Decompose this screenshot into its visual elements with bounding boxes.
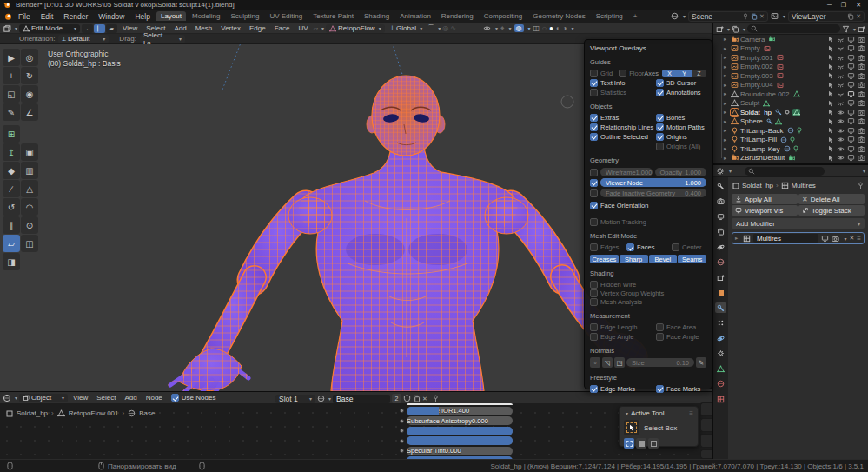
proportional-size-icon[interactable]: ▱ <box>314 25 318 32</box>
disable-render-icon[interactable] <box>858 90 865 98</box>
selectable-icon[interactable] <box>827 136 834 143</box>
tool-shrink-fatten[interactable]: ⊙ <box>21 216 38 234</box>
tool-select-box[interactable]: ▶ <box>3 49 20 66</box>
pin-icon[interactable] <box>432 395 440 402</box>
tool-extrude-region[interactable]: ↥ <box>3 143 20 161</box>
new-viewlayer-icon[interactable] <box>847 13 854 20</box>
workspace-tab-modeling[interactable]: Modeling <box>188 11 224 21</box>
menu-render[interactable]: Render <box>58 12 93 21</box>
npanel-tab[interactable] <box>700 434 712 448</box>
blender-menu-icon[interactable] <box>3 11 13 21</box>
workspace-tab-animation[interactable]: Animation <box>395 11 435 21</box>
hide-eye-icon[interactable] <box>837 99 845 107</box>
disable-viewport-icon[interactable] <box>847 44 855 52</box>
pin-icon[interactable] <box>742 13 749 20</box>
add-workspace-button[interactable]: + <box>629 11 642 21</box>
edge-length-checkbox[interactable]: Edge Length <box>590 322 656 331</box>
close-button[interactable]: ✕ <box>856 2 861 9</box>
tool-spin[interactable]: ↺ <box>3 198 20 216</box>
viewer-node-slider[interactable]: Viewer Node1.000 <box>600 178 706 187</box>
select-mode-subtract-button[interactable] <box>648 438 659 449</box>
disable-render-icon[interactable] <box>858 63 865 70</box>
disable-render-icon[interactable] <box>858 81 865 89</box>
selectable-icon[interactable] <box>827 54 834 61</box>
new-scene-icon[interactable] <box>751 13 758 20</box>
disable-viewport-icon[interactable] <box>847 145 855 153</box>
breadcrumb-object[interactable]: Soldat_hp <box>742 182 773 189</box>
hide-eye-icon[interactable] <box>837 54 845 62</box>
subsurface-anisotropy-slider[interactable]: Subsurface Anisotropy0.000 <box>407 416 513 425</box>
face-normals-button[interactable]: ◳ <box>614 357 625 368</box>
selectable-icon[interactable] <box>827 118 834 125</box>
disable-viewport-icon[interactable] <box>847 136 855 143</box>
tab-world[interactable] <box>715 257 726 268</box>
workspace-tab-rendering[interactable]: Rendering <box>437 11 478 21</box>
overlays-toggle-icon[interactable]: ◍ <box>514 24 524 32</box>
disable-viewport-icon[interactable] <box>847 109 855 116</box>
outliner-filter-icon[interactable] <box>842 25 850 33</box>
shader-type-dropdown[interactable]: Object▾ <box>19 394 68 402</box>
outliner-item-trilamp-key[interactable]: ▸ TriLamp-Key <box>713 144 868 154</box>
vertex-normals-button[interactable]: ▫ <box>590 357 600 368</box>
tool-scale[interactable]: ◱ <box>3 85 20 103</box>
unlink-scene-icon[interactable]: ✕ <box>759 13 765 20</box>
toggle-stack-button[interactable]: Toggle Stack <box>798 205 865 216</box>
tool-annotate[interactable]: ✎ <box>3 103 20 121</box>
material-name-field[interactable]: Base <box>333 395 390 403</box>
workspace-tab-texture-paint[interactable]: Texture Paint <box>308 11 358 21</box>
selectable-icon[interactable] <box>827 36 834 43</box>
selectable-icon[interactable] <box>827 45 834 52</box>
tab-constraints[interactable] <box>715 349 726 359</box>
outliner-item-empty[interactable]: ▸ Empty <box>713 44 868 54</box>
editor-type-3d-viewport-icon[interactable] <box>3 24 11 33</box>
outliner-display-mode-icon[interactable] <box>716 25 724 33</box>
axis-y-toggle[interactable]: Y <box>677 70 692 77</box>
tool-smooth[interactable]: ◠ <box>21 198 38 216</box>
outliner-item-camera[interactable]: ▸ Camera <box>713 35 868 44</box>
hide-eye-icon[interactable] <box>837 109 845 116</box>
shader-editor[interactable]: ▾ Object▾ View Select Add Node Use Nodes… <box>0 391 712 459</box>
disable-render-icon[interactable] <box>858 136 865 143</box>
tool-rip-edge[interactable]: ◨ <box>3 253 20 270</box>
disable-render-icon[interactable] <box>858 145 865 153</box>
viewport-menu-mesh[interactable]: Mesh <box>192 24 216 32</box>
overlay-text-info-checkbox[interactable]: Text Info <box>590 78 656 87</box>
overlay-origins-checkbox[interactable]: Origins <box>656 132 706 141</box>
shading-solid-icon[interactable]: ● <box>549 24 553 32</box>
modifier-name-field[interactable]: Multires <box>753 234 818 243</box>
wireframe-slider[interactable]: Wireframe1.000 <box>600 168 653 176</box>
overlay-annotations-checkbox[interactable]: Annotations <box>656 88 706 96</box>
outliner-scrollbar[interactable] <box>721 54 722 158</box>
node-menu-node[interactable]: Node <box>142 394 166 402</box>
new-collection-icon[interactable] <box>858 25 865 33</box>
selectable-icon[interactable] <box>827 100 834 107</box>
tab-collection[interactable] <box>715 272 726 283</box>
wireframe-checkbox[interactable] <box>590 169 598 176</box>
selectable-icon[interactable] <box>827 155 834 162</box>
workspace-tab-shading[interactable]: Shading <box>360 11 394 21</box>
selectable-icon[interactable] <box>827 109 834 116</box>
tool-move[interactable]: + <box>3 67 20 84</box>
disable-render-icon[interactable] <box>858 109 865 116</box>
unlink-material-icon[interactable]: ✕ <box>422 396 427 402</box>
node-socket[interactable] <box>400 429 404 433</box>
toggle-seams[interactable]: Seams <box>678 255 706 263</box>
edge-marks-checkbox[interactable]: Edge Marks <box>590 384 656 393</box>
split-normals-button[interactable]: ◹ <box>602 357 613 368</box>
overlay-statistics-checkbox[interactable]: Statistics <box>590 88 656 96</box>
workspace-tab-geometry-nodes[interactable]: Geometry Nodes <box>528 11 589 21</box>
principled-bsdf-node[interactable]: Subsurface IOR1.400 Subsurface Anisotrop… <box>400 403 513 459</box>
outliner-search-input[interactable] <box>747 24 840 33</box>
active-tool-title[interactable]: Active Tool <box>631 409 665 417</box>
viewport-menu-uv[interactable]: UV <box>295 24 311 32</box>
viewport-menu-edge[interactable]: Edge <box>246 24 269 32</box>
shading-rendered-icon[interactable]: ◑ <box>563 24 567 32</box>
drag-handle-icon[interactable]: ≡ <box>857 235 861 243</box>
tool-tweak[interactable]: ◎ <box>21 49 38 66</box>
normals-size-slider[interactable]: Size0.10 <box>626 358 694 367</box>
disable-render-icon[interactable] <box>858 36 865 43</box>
disable-viewport-icon[interactable] <box>847 72 855 80</box>
axis-z-toggle[interactable]: Z <box>692 70 706 77</box>
menu-file[interactable]: File <box>13 12 36 21</box>
selectable-icon[interactable] <box>827 63 834 70</box>
